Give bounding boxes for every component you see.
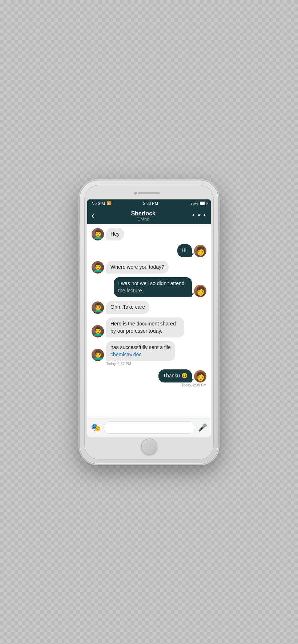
menu-button[interactable]: • • • [192, 212, 206, 219]
message-row: Where were you today? [92, 261, 206, 274]
avatar-left [92, 325, 104, 337]
message-text: Ohh..Take care [110, 304, 145, 310]
status-right: 75% [190, 201, 206, 206]
message-text: Here is the document shared by our profe… [110, 321, 176, 334]
message-timestamp: Today, 2:37 PM [106, 362, 206, 366]
message-text: I was not well so didn't attend the lect… [118, 280, 184, 293]
microphone-button[interactable]: 🎤 [198, 423, 207, 432]
message-text: Where were you today? [110, 264, 164, 270]
home-button[interactable] [141, 438, 157, 455]
status-left: No SIM 📶 [92, 201, 111, 206]
avatar-left [92, 349, 104, 361]
wifi-icon: 📶 [106, 201, 111, 205]
message-bubble: Here is the document shared by our profe… [106, 317, 184, 337]
message-row: has successfully sent a file chemistry.d… [92, 341, 206, 361]
file-sent-text: has successfully sent a file [110, 344, 171, 351]
carrier-label: No SIM [92, 201, 105, 206]
phone-inner: No SIM 📶 2:38 PM 75% ‹ Sherlock Online [84, 185, 214, 459]
volume-up-button [78, 240, 80, 257]
input-bar: 🎭 🎤 [87, 418, 211, 437]
message-bubble: I was not well so didn't attend the lect… [114, 277, 192, 297]
status-time: 2:38 PM [143, 201, 158, 206]
phone-top-decoration [87, 188, 211, 199]
power-button [218, 231, 220, 251]
emoji-button[interactable]: 🎭 [91, 423, 101, 432]
message-input[interactable] [104, 421, 195, 434]
avatar-left [92, 228, 104, 240]
message-row: Ohh..Take care [92, 301, 206, 314]
camera [134, 192, 137, 195]
avatar-right [194, 370, 206, 382]
status-bar: No SIM 📶 2:38 PM 75% [87, 199, 211, 207]
message-timestamp: Today, 2:38 PM [92, 383, 206, 387]
contact-name: Sherlock [131, 210, 156, 217]
volume-down-button [78, 260, 80, 277]
file-message-group: has successfully sent a file chemistry.d… [92, 341, 206, 366]
avatar-left [92, 301, 104, 314]
message-bubble: Hey [106, 228, 124, 241]
avatar-right [194, 245, 206, 257]
message-bubble: Ohh..Take care [106, 301, 149, 314]
file-message-bubble: has successfully sent a file chemistry.d… [106, 341, 175, 361]
avatar-left [92, 261, 104, 274]
mute-button [78, 224, 80, 235]
back-button[interactable]: ‹ [92, 211, 94, 220]
message-row: Thanku 😀 [92, 369, 206, 382]
phone-bottom [87, 437, 211, 457]
message-text: Thanku 😀 [163, 373, 188, 378]
message-bubble: Thanku 😀 [158, 369, 192, 382]
message-row: Here is the document shared by our profe… [92, 317, 206, 337]
battery-pct-label: 75% [190, 201, 198, 206]
message-bubble: Hii [177, 244, 192, 257]
phone-frame: No SIM 📶 2:38 PM 75% ‹ Sherlock Online [80, 181, 218, 464]
file-link[interactable]: chemistry.doc [110, 352, 141, 357]
message-text: Hii [182, 247, 188, 253]
message-bubble: Where were you today? [106, 261, 169, 274]
battery-icon [200, 202, 206, 205]
message-row: Hey [92, 228, 206, 241]
screen: No SIM 📶 2:38 PM 75% ‹ Sherlock Online [87, 199, 211, 437]
chat-header: ‹ Sherlock Online • • • [87, 207, 211, 224]
thanku-message-group: Thanku 😀 Today, 2:38 PM [92, 369, 206, 387]
message-row: Hii [92, 244, 206, 257]
message-row: I was not well so didn't attend the lect… [92, 277, 206, 297]
header-contact-info: Sherlock Online [131, 210, 156, 221]
avatar-right [194, 285, 206, 297]
contact-status: Online [131, 217, 156, 221]
message-text: Hey [110, 231, 120, 237]
chat-body: Hey Hii [87, 224, 211, 418]
speaker [138, 192, 160, 194]
